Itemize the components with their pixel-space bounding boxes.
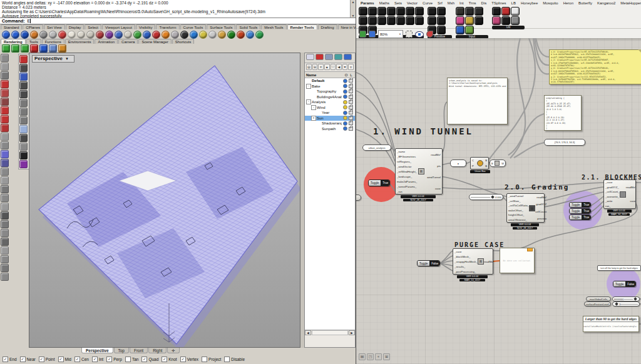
toolbar-icon[interactable] (133, 31, 141, 39)
canvas-widget-icon[interactable]: ▤ (359, 353, 366, 360)
output-port[interactable]: readMe! (484, 260, 494, 263)
tool-icon[interactable] (1, 264, 9, 272)
tool-icon[interactable] (1, 71, 9, 79)
toolbar-icon[interactable] (152, 31, 160, 39)
input-port[interactable]: run_ (605, 205, 611, 208)
panel-tab-icon[interactable] (325, 54, 333, 60)
osnap-item[interactable]: Tan (125, 356, 138, 362)
gh-category-tab[interactable]: Dis (479, 1, 490, 5)
component-icon[interactable] (377, 16, 386, 25)
input-port[interactable]: _results_ (454, 265, 465, 268)
render-tab[interactable]: Shortcuts (172, 39, 194, 44)
osnap-checkbox[interactable] (58, 356, 64, 362)
render-tab[interactable]: Animation (95, 39, 118, 44)
layer-row[interactable]: - Wind (305, 105, 355, 111)
toolbar-icon[interactable] (208, 31, 217, 39)
input-port[interactable]: _windVector (397, 165, 411, 168)
tool-icon[interactable] (1, 80, 9, 88)
point-capsule[interactable]: {76.9, 176.3, 34.3} (544, 139, 585, 146)
toolbar-icon[interactable] (39, 31, 48, 39)
plugin-tool-icon[interactable] (19, 134, 28, 142)
history-scrollbar[interactable]: ▲ ▼ (350, 0, 356, 18)
component-icon[interactable] (492, 7, 501, 16)
layer-lock-icon[interactable] (349, 84, 353, 88)
osnap-checkbox[interactable] (39, 356, 44, 362)
toolbar-icon[interactable] (246, 31, 254, 39)
viewport-tab[interactable]: Front (130, 348, 148, 353)
zoom-extents-icon[interactable] (406, 31, 413, 38)
plugin-tool-icon[interactable] (19, 81, 28, 89)
osnap-checkbox[interactable] (74, 356, 80, 362)
osnap-item[interactable]: Perp (106, 356, 122, 362)
input-port[interactable]: _overwrite_ (605, 195, 619, 198)
rendering-tool-icon[interactable] (39, 44, 48, 53)
layer-visibility-bulb-icon[interactable] (343, 111, 347, 115)
component-icon[interactable] (368, 7, 377, 16)
scroll-down-icon[interactable]: ▼ (351, 14, 356, 18)
purge-toggle[interactable]: ToggleFalse (417, 260, 440, 266)
gradient-data-panel[interactable]: x_0: GradientProperties(lx=95.4672662254… (549, 49, 641, 84)
osnap-item[interactable]: Cen (74, 356, 89, 362)
toolbar-tab[interactable]: Standard (1, 24, 22, 29)
component-icon[interactable] (501, 16, 510, 25)
component-icon[interactable] (359, 16, 367, 25)
input-port[interactable]: _refWindHeight_ (397, 170, 417, 173)
rendering-tool-icon[interactable] (11, 44, 19, 53)
layer-lock-icon[interactable] (349, 106, 353, 109)
cellsize-slider[interactable]: 4.000 (469, 194, 503, 200)
input-port[interactable]: heightOffset_ (508, 213, 524, 216)
toolbar-tab[interactable]: CPlanes (23, 24, 43, 29)
tool-icon[interactable] (1, 168, 9, 176)
input-port[interactable]: P (472, 164, 474, 168)
layer-tool-icon[interactable]: ▤ (306, 64, 312, 70)
plugin-tool-icon[interactable] (19, 90, 28, 98)
blockmesh-component[interactable]: _case_gradXYZ__cellCount__overwrite__wri… (603, 179, 635, 216)
purge-output-panel[interactable]: No data was collected. (500, 248, 535, 273)
output-port[interactable]: case (435, 187, 441, 190)
slider-knob[interactable] (491, 195, 495, 199)
layer-expand-toggle[interactable]: - (306, 84, 311, 89)
blockmesh-run-toggle[interactable]: ToggleTrue (569, 215, 591, 220)
component-icon[interactable] (465, 7, 474, 16)
layer-tool-icon[interactable]: ▲ (324, 64, 330, 70)
gh-category-tab[interactable]: Maths (377, 1, 392, 5)
output-port[interactable]: B (485, 164, 487, 168)
input-port[interactable]: _snappyHexMesh_ (454, 260, 478, 263)
component-icon[interactable] (377, 7, 386, 16)
tool-icon[interactable] (1, 255, 9, 263)
input-port[interactable]: _BFGeometries (397, 155, 416, 158)
toolbar-icon[interactable] (171, 31, 179, 39)
plugin-tool-icon[interactable] (19, 160, 28, 168)
plugin-tool-icon[interactable] (19, 108, 28, 116)
osnap-checkbox[interactable] (224, 356, 230, 362)
open-file-icon[interactable] (359, 31, 366, 38)
command-history[interactable]: World angles and deltas: xy = -147.000 e… (0, 0, 356, 18)
panel-tab-icon[interactable] (334, 54, 342, 60)
render-tab[interactable]: Functions (42, 39, 64, 44)
toolbar-icon[interactable] (77, 31, 85, 39)
plugin-tool-icon[interactable] (19, 125, 28, 133)
osnap-checkbox[interactable] (180, 356, 186, 362)
gh-category-tab[interactable]: LB (509, 1, 518, 5)
gh-category-tab[interactable]: Params (358, 1, 377, 5)
scroll-up-icon[interactable]: ▲ (351, 0, 356, 4)
viewport-tab[interactable]: ✛ (167, 348, 179, 353)
input-port[interactable]: _run (397, 190, 403, 193)
tool-icon[interactable] (1, 220, 9, 228)
layer-row[interactable]: + Sun (305, 116, 355, 121)
gh-category-tab[interactable]: Kangaroo2 (595, 1, 618, 5)
input-port[interactable]: wakeOffset_ (508, 209, 523, 212)
component-icon[interactable] (387, 16, 396, 25)
osnap-item[interactable]: Knot (162, 356, 177, 362)
tool-icon[interactable] (1, 150, 9, 158)
layer-visibility-bulb-icon[interactable] (343, 84, 347, 88)
osnap-item[interactable]: Quad (141, 356, 158, 362)
layer-lock-icon[interactable] (349, 127, 353, 131)
toolbar-icon[interactable] (180, 31, 188, 39)
osnap-checkbox[interactable] (125, 356, 131, 362)
layer-expand-toggle[interactable]: + (311, 116, 316, 121)
gh-category-tab[interactable]: Honeybee (518, 1, 540, 5)
scroll-left-icon[interactable]: ◀ (305, 330, 311, 335)
toolbar-tab[interactable]: Solid Tools (236, 24, 260, 29)
slider-knob[interactable] (615, 302, 618, 306)
